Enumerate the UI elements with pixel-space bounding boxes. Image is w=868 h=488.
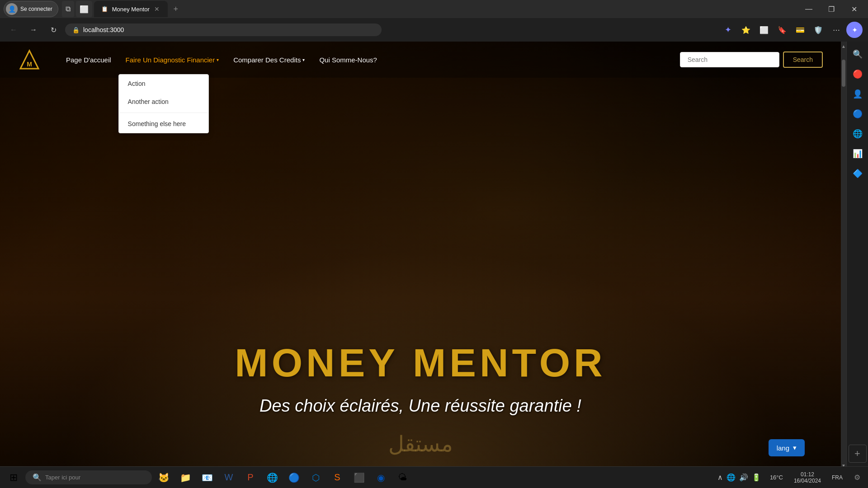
website-content: M Page D'accueil Faire Un Diagnostic Fin… xyxy=(0,42,841,470)
profile-label: Se connecter xyxy=(20,6,52,12)
tab-money-mentor[interactable]: 📋 Money Mentor ✕ xyxy=(94,1,168,17)
refresh-button[interactable]: ↻ xyxy=(45,22,61,38)
start-button[interactable]: ⊞ xyxy=(4,468,24,488)
date-display: 16/04/2024 xyxy=(794,478,821,484)
taskbar-terminal-icon[interactable]: ⬛ xyxy=(349,468,369,488)
svg-text:M: M xyxy=(27,61,32,68)
lang-button[interactable]: lang ▾ xyxy=(769,439,805,456)
address-input[interactable]: 🔒 localhost:3000 xyxy=(65,23,382,36)
toolbar-right: ✦ ⭐ ⬜ 🔖 💳 🛡️ ⋯ ✦ xyxy=(720,22,863,38)
watermark: مستقل xyxy=(388,431,453,456)
taskbar-weather-icon[interactable]: 🌤 xyxy=(392,468,412,488)
chevron-down-icon-2: ▾ xyxy=(302,57,305,62)
scrollbar-thumb[interactable] xyxy=(842,60,845,87)
restore-button[interactable]: ❐ xyxy=(821,2,842,16)
temperature-display: 16°C xyxy=(770,474,783,481)
taskbar-cat-app[interactable]: 🐱 xyxy=(154,468,174,488)
settings-menu-icon[interactable]: ⋯ xyxy=(828,22,844,38)
sidebar-plus-icon[interactable]: + xyxy=(849,445,867,463)
search-input[interactable] xyxy=(680,52,779,67)
sidebar-icon-1[interactable]: 🔴 xyxy=(849,65,867,83)
hero-subtitle: Des choix éclairés, Une réussite garanti… xyxy=(259,396,581,416)
back-button[interactable]: ← xyxy=(5,22,22,38)
taskbar-settings-icon[interactable]: ⚙ xyxy=(850,470,864,485)
taskbar-mail-icon[interactable]: 📧 xyxy=(197,468,217,488)
navbar: M Page D'accueil Faire Un Diagnostic Fin… xyxy=(0,42,841,78)
taskbar-vscode-icon[interactable]: ⬡ xyxy=(306,468,326,488)
sidebar-icon-6[interactable]: 🔷 xyxy=(849,164,867,183)
volume-icon[interactable]: 🔊 xyxy=(739,473,748,482)
tab-close-icon[interactable]: ✕ xyxy=(153,5,160,14)
lock-icon: 🔒 xyxy=(72,27,80,33)
nav-link-credits[interactable]: Comparer Des Credits ▾ xyxy=(226,52,312,67)
close-button[interactable]: ✕ xyxy=(844,2,864,16)
search-form: Search xyxy=(680,52,823,68)
sidebar-icon-4[interactable]: 🌐 xyxy=(849,125,867,143)
dropdown-item-something[interactable]: Something else here xyxy=(119,115,208,133)
chevron-up-icon[interactable]: ∧ xyxy=(717,473,723,482)
edge-sidebar: 🔍 🔴 👤 🔵 🌐 📊 🔷 + xyxy=(846,42,868,466)
nav-link-home[interactable]: Page D'accueil xyxy=(59,52,118,67)
taskbar-powerpoint-icon[interactable]: P xyxy=(241,468,260,488)
taskbar-search-text: Taper ici pour xyxy=(45,474,80,481)
taskbar: ⊞ 🔍 Taper ici pour 🐱 📁 📧 W P 🌐 🔵 ⬡ S ⬛ ◉… xyxy=(0,466,868,488)
dropdown-menu: Action Another action Something else her… xyxy=(118,74,209,133)
taskbar-sublime-icon[interactable]: S xyxy=(327,468,347,488)
search-button[interactable]: Search xyxy=(783,52,823,68)
taskbar-edge-icon[interactable]: 🌐 xyxy=(262,468,282,488)
scrollbar-up-arrow[interactable]: ▲ xyxy=(841,42,846,51)
minimize-button[interactable]: — xyxy=(798,2,819,16)
copilot-icon[interactable]: ✦ xyxy=(720,22,736,38)
profile-avatar: 👤 xyxy=(6,3,18,15)
network-icon[interactable]: 🌐 xyxy=(726,473,736,482)
sidebar-icon-2[interactable]: 👤 xyxy=(849,85,867,103)
tab-browser-icon[interactable]: ⬜ xyxy=(76,1,92,17)
sidebar-icon-3[interactable]: 🔵 xyxy=(849,105,867,123)
window-controls: — ❐ ✕ xyxy=(798,2,864,16)
language-display: FRA xyxy=(828,474,846,481)
sidebar-icon-5[interactable]: 📊 xyxy=(849,145,867,163)
profile-button[interactable]: 👤 Se connecter xyxy=(4,1,58,17)
split-view-icon[interactable]: ⬜ xyxy=(756,22,772,38)
clock-area[interactable]: 01:12 16/04/2024 xyxy=(790,470,825,485)
new-tab-button[interactable]: + xyxy=(169,2,183,16)
nav-dropdown-container: Faire Un Diagnostic Financier ▾ Action A… xyxy=(118,52,226,67)
title-bar: 👤 Se connecter ⧉ ⬜ 📋 Money Mentor ✕ + — xyxy=(0,0,868,18)
hero-title: MONEY MENTOR xyxy=(235,343,606,383)
nav-link-about[interactable]: Qui Somme-Nous? xyxy=(312,52,384,67)
sidebar-search-icon[interactable]: 🔍 xyxy=(849,45,867,63)
chevron-down-icon: ▾ xyxy=(217,57,219,62)
brand-logo[interactable]: M xyxy=(18,48,41,71)
time-display: 01:12 xyxy=(801,471,814,478)
taskbar-files-icon[interactable]: 📁 xyxy=(175,468,195,488)
taskbar-right: ∧ 🌐 🔊 🔋 16°C 01:12 16/04/2024 FRA ⚙ xyxy=(712,470,864,485)
dropdown-divider xyxy=(119,113,208,113)
edge-copilot-icon[interactable]: ✦ xyxy=(846,22,863,38)
system-tray: ∧ 🌐 🔊 🔋 xyxy=(712,473,766,482)
taskbar-chrome-icon[interactable]: 🔵 xyxy=(284,468,304,488)
title-bar-left: 👤 Se connecter ⧉ ⬜ xyxy=(4,1,92,17)
browser-chrome: 👤 Se connecter ⧉ ⬜ 📋 Money Mentor ✕ + — xyxy=(0,0,868,42)
address-bar: ← → ↻ 🔒 localhost:3000 ✦ ⭐ ⬜ 🔖 💳 🛡️ ⋯ ✦ xyxy=(0,18,868,42)
dropdown-item-action[interactable]: Action xyxy=(119,75,208,93)
taskbar-word-icon[interactable]: W xyxy=(219,468,239,488)
browser-essentials-icon[interactable]: 🛡️ xyxy=(810,22,826,38)
nav-links: Page D'accueil Faire Un Diagnostic Finan… xyxy=(59,52,680,67)
chevron-down-icon-lang: ▾ xyxy=(793,444,797,452)
tab-bar: 📋 Money Mentor ✕ + xyxy=(94,1,797,17)
taskbar-blue-app[interactable]: ◉ xyxy=(371,468,391,488)
wallet-icon[interactable]: 💳 xyxy=(792,22,808,38)
url-display: localhost:3000 xyxy=(83,26,374,33)
scrollbar[interactable]: ▲ ▼ xyxy=(841,42,846,470)
favorites-icon[interactable]: ⭐ xyxy=(738,22,754,38)
tab-favicon: 📋 xyxy=(101,5,108,13)
tab-title: Money Mentor xyxy=(112,6,150,13)
forward-button[interactable]: → xyxy=(25,22,42,38)
battery-icon[interactable]: 🔋 xyxy=(752,473,761,482)
taskbar-search[interactable]: 🔍 Taper ici pour xyxy=(25,470,152,484)
nav-link-diagnostic[interactable]: Faire Un Diagnostic Financier ▾ xyxy=(118,52,226,67)
tab-duplicate[interactable]: ⧉ xyxy=(62,1,74,17)
dropdown-item-another[interactable]: Another action xyxy=(119,93,208,111)
logo-icon: M xyxy=(18,48,41,71)
collections-icon[interactable]: 🔖 xyxy=(774,22,790,38)
